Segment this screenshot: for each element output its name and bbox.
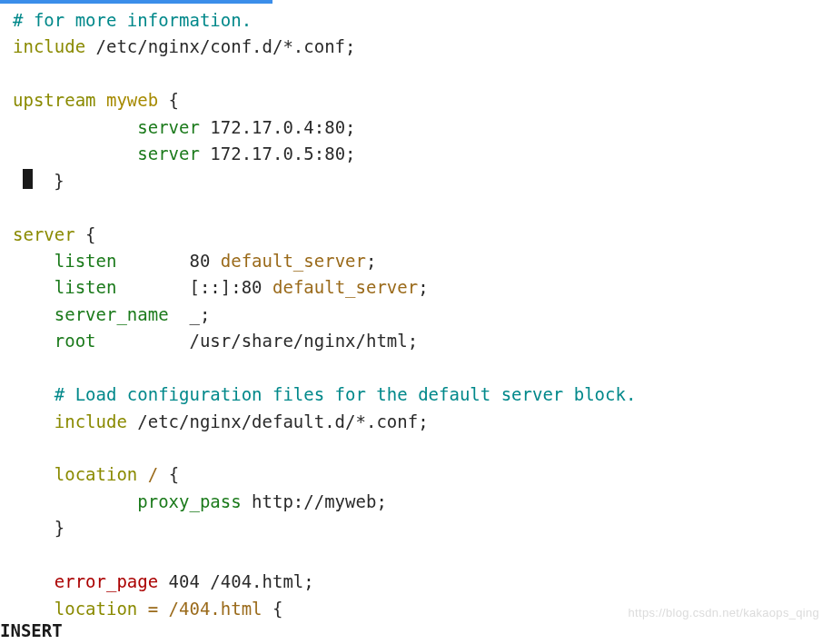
code-token: location bbox=[54, 599, 138, 619]
code-token: include bbox=[13, 36, 85, 56]
code-token bbox=[96, 90, 106, 110]
code-token: [::]:80 bbox=[116, 277, 272, 297]
code-token: ; bbox=[418, 277, 428, 297]
code-token: root bbox=[54, 331, 96, 351]
code-line: server { bbox=[13, 222, 832, 248]
code-token: http://myweb; bbox=[242, 491, 387, 511]
code-line: include /etc/nginx/default.d/*.conf; bbox=[13, 409, 832, 435]
code-token: listen bbox=[54, 277, 117, 297]
code-line: error_page 404 /404.html; bbox=[13, 569, 832, 595]
code-line: include /etc/nginx/conf.d/*.conf; bbox=[13, 34, 832, 60]
scroll-position-indicator bbox=[0, 0, 272, 4]
code-line: # for more information. bbox=[13, 7, 832, 34]
code-token: proxy_pass bbox=[137, 491, 241, 511]
code-line: proxy_pass http://myweb; bbox=[13, 489, 832, 515]
code-token: { bbox=[169, 464, 179, 484]
code-token bbox=[137, 464, 147, 484]
code-token: default_server bbox=[272, 277, 418, 297]
code-line: location / { bbox=[13, 461, 832, 488]
code-token bbox=[137, 599, 147, 619]
code-line: } bbox=[13, 168, 832, 194]
code-token: { bbox=[158, 90, 179, 110]
code-line: # Load configuration files for the defau… bbox=[13, 381, 832, 408]
code-line bbox=[13, 61, 832, 87]
code-token: { bbox=[272, 599, 282, 619]
text-cursor bbox=[23, 169, 33, 189]
code-token: 404 /404.html; bbox=[158, 571, 314, 591]
code-line: server 172.17.0.5:80; bbox=[13, 141, 832, 167]
code-line: listen 80 default_server; bbox=[13, 248, 832, 274]
code-token: } bbox=[54, 518, 64, 538]
code-line bbox=[13, 355, 832, 381]
code-token: myweb bbox=[106, 90, 158, 110]
code-token: _; bbox=[169, 304, 211, 324]
watermark-text: https://blog.csdn.net/kakaops_qing bbox=[629, 604, 819, 622]
code-token: listen bbox=[54, 251, 117, 271]
code-token: include bbox=[54, 411, 127, 431]
code-line bbox=[13, 542, 832, 569]
code-token: } bbox=[33, 171, 64, 191]
code-line: server_name _; bbox=[13, 302, 832, 328]
code-line: server 172.17.0.4:80; bbox=[13, 114, 832, 141]
code-token: { bbox=[75, 224, 96, 244]
code-token: # Load configuration files for the defau… bbox=[54, 384, 637, 404]
code-token: 172.17.0.5:80; bbox=[200, 144, 356, 163]
code-line: upstream myweb { bbox=[13, 87, 832, 114]
code-token: error_page bbox=[54, 571, 158, 591]
code-line bbox=[13, 194, 832, 221]
code-token: 80 bbox=[116, 251, 220, 271]
code-token: server bbox=[13, 224, 75, 244]
code-token: default_server bbox=[221, 251, 366, 271]
code-token: # for more information. bbox=[13, 10, 252, 30]
editor-mode-status: INSERT bbox=[0, 618, 63, 644]
code-token: server bbox=[137, 117, 200, 137]
code-token: /etc/nginx/conf.d/*.conf; bbox=[85, 36, 355, 56]
code-token: ; bbox=[366, 251, 376, 271]
code-token: server_name bbox=[54, 304, 169, 324]
code-token: 172.17.0.4:80; bbox=[200, 117, 356, 137]
code-token: /usr/share/nginx/html; bbox=[96, 331, 419, 351]
code-token: upstream bbox=[13, 90, 96, 110]
code-line bbox=[13, 435, 832, 461]
code-line: listen [::]:80 default_server; bbox=[13, 274, 832, 301]
code-line: } bbox=[13, 515, 832, 541]
code-token: server bbox=[137, 144, 200, 163]
code-token: location bbox=[54, 464, 138, 484]
code-token: = /404.html bbox=[148, 599, 272, 619]
code-editor-content: # for more information.include /etc/ngin… bbox=[13, 7, 832, 622]
code-token: /etc/nginx/default.d/*.conf; bbox=[127, 411, 429, 431]
code-line: root /usr/share/nginx/html; bbox=[13, 328, 832, 354]
code-token: / bbox=[148, 464, 169, 484]
